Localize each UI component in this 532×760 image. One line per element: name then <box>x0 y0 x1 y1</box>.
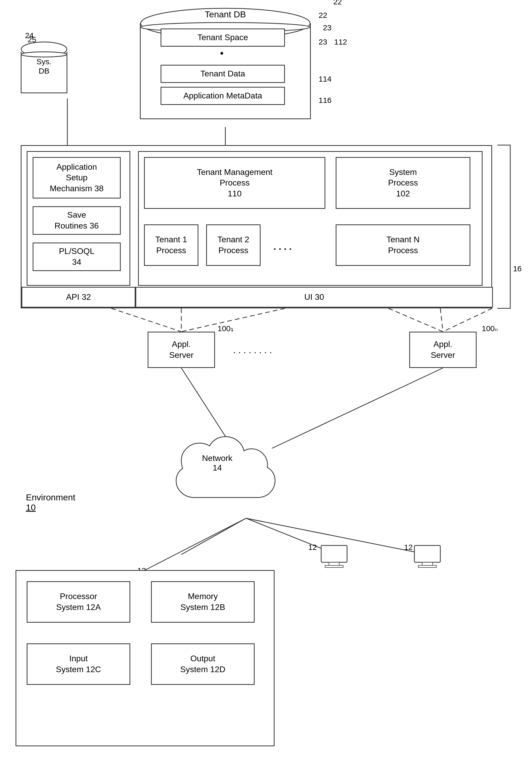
sys-db-text: Sys.DB <box>36 57 52 75</box>
tenant2-box: Tenant 2Process <box>206 224 261 266</box>
processor-system-box: ProcessorSystem 12A <box>27 581 130 623</box>
svg-rect-19 <box>329 562 339 565</box>
svg-rect-20 <box>325 565 343 567</box>
app-setup-box: ApplicationSetupMechanism 38 <box>33 157 121 199</box>
environment-label: Environment 10 <box>26 492 75 512</box>
svg-line-11 <box>145 518 246 570</box>
ui-box: UI 30 <box>135 287 493 308</box>
ref-23-label: 23 <box>319 38 327 46</box>
tenantN-label: Tenant NProcess <box>386 234 420 256</box>
tenant2-label: Tenant 2Process <box>218 234 249 256</box>
ref-22-label: 22 <box>319 11 327 20</box>
dots-horiz: . . . . <box>274 241 292 252</box>
svg-rect-18 <box>321 546 347 562</box>
tenant-mgmt-label: Tenant ManagementProcess110 <box>197 167 273 199</box>
ref-12b: 12 <box>404 543 413 552</box>
tenant-space-box: Tenant Space <box>160 28 285 47</box>
ref-100-1: 100₁ <box>218 324 234 333</box>
svg-rect-22 <box>422 562 432 565</box>
svg-line-0 <box>111 309 181 332</box>
svg-point-17 <box>21 52 67 57</box>
app-metadata-box: Application MetaData <box>160 87 285 105</box>
computer-icon-2 <box>412 544 443 570</box>
ref-16: 16 <box>513 264 522 273</box>
output-system-label: OutputSystem 12D <box>180 653 225 675</box>
center-section: Tenant ManagementProcess110 SystemProces… <box>138 151 482 286</box>
tenant-mgmt-box: Tenant ManagementProcess110 <box>144 157 325 209</box>
ref-22: 22 <box>333 0 342 6</box>
svg-rect-23 <box>418 565 436 567</box>
appl-server1-label: Appl.Server <box>169 339 194 360</box>
network-label: Network14 <box>202 453 232 473</box>
environment-text: Environment <box>26 492 75 502</box>
ref-25: 25 <box>28 35 36 44</box>
ref-112-label: 112 <box>334 38 347 46</box>
svg-line-8 <box>181 518 246 554</box>
left-section: ApplicationSetupMechanism 38 SaveRoutine… <box>27 151 130 286</box>
tenantN-box: Tenant NProcess <box>336 224 470 266</box>
diagram: Tenant Space • Tenant Data Application M… <box>0 0 532 760</box>
network-text: Network14 <box>202 453 232 472</box>
svg-line-3 <box>388 309 443 332</box>
system-process-box: SystemProcess102 <box>336 157 470 209</box>
plsoql-box: PL/SOQL34 <box>33 243 121 271</box>
app-setup-label: ApplicationSetupMechanism 38 <box>50 162 104 194</box>
ref-12a: 12 <box>308 543 317 552</box>
svg-line-4 <box>440 309 443 332</box>
ui-label: UI 30 <box>304 292 324 303</box>
sys-db-label: Sys.DB <box>21 57 67 76</box>
network-cloud-svg <box>168 435 298 518</box>
memory-system-box: MemorySystem 12B <box>151 581 255 623</box>
input-system-label: InputSystem 12C <box>56 653 101 675</box>
computer-icon-1 <box>319 544 350 570</box>
appl-serverN-label: Appl.Server <box>431 339 455 360</box>
sys-db-inner-ellipse <box>21 51 67 58</box>
tenant-db-label: Tenant DB <box>205 9 246 20</box>
system-process-label: SystemProcess102 <box>388 167 418 199</box>
output-system-box: OutputSystem 12D <box>151 643 255 685</box>
appl-server1-box: Appl.Server <box>148 332 215 368</box>
tenant-data-box: Tenant Data <box>160 65 285 83</box>
main-server-box: ApplicationSetupMechanism 38 SaveRoutine… <box>21 145 492 309</box>
bottom-computer-box: ProcessorSystem 12A MemorySystem 12B Inp… <box>16 570 275 746</box>
ref-100-N: 100ₙ <box>482 324 498 333</box>
save-routines-box: SaveRoutines 36 <box>33 206 121 235</box>
dots-vertical: • <box>220 48 224 59</box>
plsoql-label: PL/SOQL34 <box>59 246 95 267</box>
appl-serverN-box: Appl.Server <box>409 332 476 368</box>
input-system-box: InputSystem 12C <box>27 643 130 685</box>
processor-system-label: ProcessorSystem 12A <box>56 591 101 613</box>
save-routines-label: SaveRoutines 36 <box>55 210 99 231</box>
ref-116-label: 116 <box>319 96 332 105</box>
svg-rect-21 <box>415 546 440 562</box>
api-label: API 32 <box>66 292 91 303</box>
api-box: API 32 <box>22 287 135 308</box>
server-dots: . . . . . . . . <box>233 345 272 356</box>
memory-system-label: MemorySystem 12B <box>181 591 225 613</box>
tenant1-label: Tenant 1Process <box>155 234 187 256</box>
ref-23: 23 <box>323 23 332 32</box>
ref-10: 10 <box>26 502 36 512</box>
tenant1-box: Tenant 1Process <box>144 224 199 266</box>
ref-114-label: 114 <box>319 74 332 83</box>
